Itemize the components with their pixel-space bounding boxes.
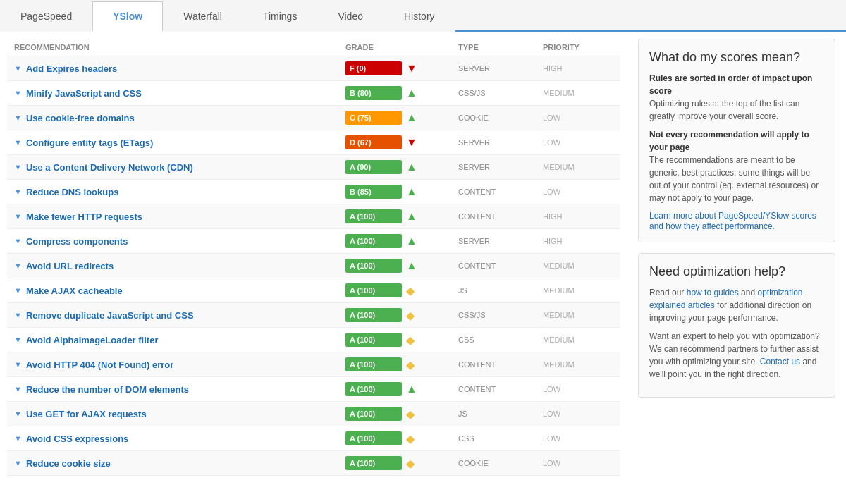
priority-cell: LOW [543, 459, 613, 467]
grade-bar: A (100) [345, 431, 402, 445]
priority-cell: LOW [543, 113, 613, 122]
row-name[interactable]: ▼ Remove duplicate JavaScript and CSS [14, 310, 345, 321]
priority-cell: HIGH [543, 237, 613, 245]
row-label: Compress components [26, 236, 128, 247]
up-indicator-icon: ▲ [406, 111, 417, 124]
table-row: ▼ Use GET for AJAX requests A (100) ◆ JS… [7, 402, 620, 426]
tab-pagespeed[interactable]: PageSpeed [0, 1, 92, 32]
table-row: ▼ Configure entity tags (ETags) D (67) ▼… [7, 130, 620, 155]
tab-yslow[interactable]: YSlow [92, 1, 163, 32]
grade-cell: A (100) ◆ [345, 333, 458, 347]
priority-cell: LOW [543, 410, 613, 418]
grade-cell: A (100) ◆ [345, 431, 458, 445]
row-label: Make AJAX cacheable [26, 285, 123, 296]
chevron-icon[interactable]: ▼ [14, 262, 22, 270]
chevron-icon[interactable]: ▼ [14, 336, 22, 344]
row-name[interactable]: ▼ Avoid CSS expressions [14, 434, 345, 444]
priority-cell: MEDIUM [543, 336, 613, 344]
priority-cell: LOW [543, 138, 613, 147]
row-name[interactable]: ▼ Minify JavaScript and CSS [14, 88, 345, 99]
type-cell: CONTENT [458, 212, 543, 221]
table-row: ▼ Reduce DNS lookups B (85) ▲ CONTENT LO… [7, 180, 620, 204]
tab-waterfall[interactable]: Waterfall [163, 1, 243, 32]
row-name[interactable]: ▼ Configure entity tags (ETags) [14, 137, 345, 148]
row-name[interactable]: ▼ Use cookie-free domains [14, 113, 345, 123]
row-name[interactable]: ▼ Reduce cookie size [14, 458, 345, 469]
priority-cell: MEDIUM [543, 262, 613, 270]
table-row: ▼ Avoid CSS expressions A (100) ◆ CSS LO… [7, 426, 620, 451]
row-name[interactable]: ▼ Use GET for AJAX requests [14, 409, 345, 419]
table-row: ▼ Reduce cookie size A (100) ◆ COOKIE LO… [7, 451, 620, 476]
scores-box-para1: Rules are sorted in order of impact upon… [649, 72, 824, 123]
priority-cell: LOW [543, 434, 613, 443]
grade-cell: F (0) ▼ [345, 61, 458, 75]
tab-video[interactable]: Video [317, 1, 384, 32]
chevron-icon[interactable]: ▼ [14, 113, 22, 122]
row-name[interactable]: ▼ Add Expires headers [14, 63, 345, 74]
scores-box-title: What do my scores mean? [649, 50, 824, 65]
grade-cell: B (85) ▲ [345, 185, 458, 199]
row-label: Add Expires headers [26, 63, 117, 74]
grade-cell: A (100) ◆ [345, 357, 458, 371]
row-name[interactable]: ▼ Avoid HTTP 404 (Not Found) error [14, 359, 345, 370]
up-indicator-icon: ▲ [406, 210, 417, 223]
table-header: RECOMMENDATION GRADE TYPE PRIORITY [7, 39, 620, 56]
contact-us-link[interactable]: Contact us [760, 357, 800, 367]
row-name[interactable]: ▼ Use a Content Delivery Network (CDN) [14, 162, 345, 173]
chevron-icon[interactable]: ▼ [14, 385, 22, 393]
chevron-icon[interactable]: ▼ [14, 89, 22, 97]
row-name[interactable]: ▼ Avoid URL redirects [14, 261, 345, 271]
row-name[interactable]: ▼ Reduce the number of DOM elements [14, 384, 345, 395]
down-indicator-icon: ▼ [406, 62, 417, 75]
optimization-box-para1: Read our how to guides and optimization … [649, 286, 824, 324]
grade-bar: A (100) [345, 209, 402, 223]
row-name[interactable]: ▼ Reduce DNS lookups [14, 187, 345, 197]
table-row: ▼ Avoid AlphaImageLoader filter A (100) … [7, 328, 620, 352]
type-cell: CSS/JS [458, 311, 543, 319]
optimization-box-para2: Want an expert to help you with optimiza… [649, 330, 824, 381]
chevron-icon[interactable]: ▼ [14, 237, 22, 245]
chevron-icon[interactable]: ▼ [14, 360, 22, 369]
row-label: Make fewer HTTP requests [26, 211, 142, 222]
tab-timings[interactable]: Timings [243, 1, 318, 32]
chevron-icon[interactable]: ▼ [14, 64, 22, 73]
chevron-icon[interactable]: ▼ [14, 188, 22, 196]
chevron-icon[interactable]: ▼ [14, 163, 22, 171]
type-cell: COOKIE [458, 113, 543, 122]
grade-bar: D (67) [345, 135, 402, 149]
tab-history[interactable]: History [384, 1, 455, 32]
grade-bar: A (100) [345, 234, 402, 248]
row-label: Avoid AlphaImageLoader filter [26, 335, 159, 345]
optimization-help-box: Need optimization help? Read our how to … [638, 253, 835, 398]
grade-bar: A (100) [345, 333, 402, 347]
row-name[interactable]: ▼ Make AJAX cacheable [14, 285, 345, 296]
grade-cell: A (100) ◆ [345, 308, 458, 322]
scores-learn-more-link[interactable]: Learn more about PageSpeed/YSlow scores … [649, 211, 816, 231]
row-name[interactable]: ▼ Compress components [14, 236, 345, 247]
chevron-icon[interactable]: ▼ [14, 410, 22, 418]
chevron-icon[interactable]: ▼ [14, 311, 22, 319]
row-label: Avoid URL redirects [26, 261, 114, 271]
chevron-icon[interactable]: ▼ [14, 286, 22, 295]
type-cell: JS [458, 410, 543, 418]
chevron-icon[interactable]: ▼ [14, 212, 22, 221]
type-cell: CONTENT [458, 262, 543, 270]
grade-bar: A (100) [345, 382, 402, 396]
scores-info-box: What do my scores mean? Rules are sorted… [638, 39, 835, 242]
chevron-icon[interactable]: ▼ [14, 434, 22, 443]
up-indicator-icon: ▲ [406, 185, 417, 198]
grade-cell: A (90) ▲ [345, 160, 458, 174]
type-cell: JS [458, 286, 543, 295]
row-name[interactable]: ▼ Make fewer HTTP requests [14, 211, 345, 222]
row-label: Avoid HTTP 404 (Not Found) error [26, 359, 173, 370]
grade-bar: A (100) [345, 308, 402, 322]
header-grade: GRADE [345, 43, 458, 51]
chevron-icon[interactable]: ▼ [14, 459, 22, 467]
table-row: ▼ Compress components A (100) ▲ SERVER H… [7, 229, 620, 254]
row-name[interactable]: ▼ Avoid AlphaImageLoader filter [14, 335, 345, 345]
table-row: ▼ Use a Content Delivery Network (CDN) A… [7, 155, 620, 180]
chevron-icon[interactable]: ▼ [14, 138, 22, 147]
table-row: ▼ Remove duplicate JavaScript and CSS A … [7, 303, 620, 328]
row-label: Use a Content Delivery Network (CDN) [26, 162, 193, 173]
how-to-guides-link[interactable]: how to guides [687, 288, 739, 297]
